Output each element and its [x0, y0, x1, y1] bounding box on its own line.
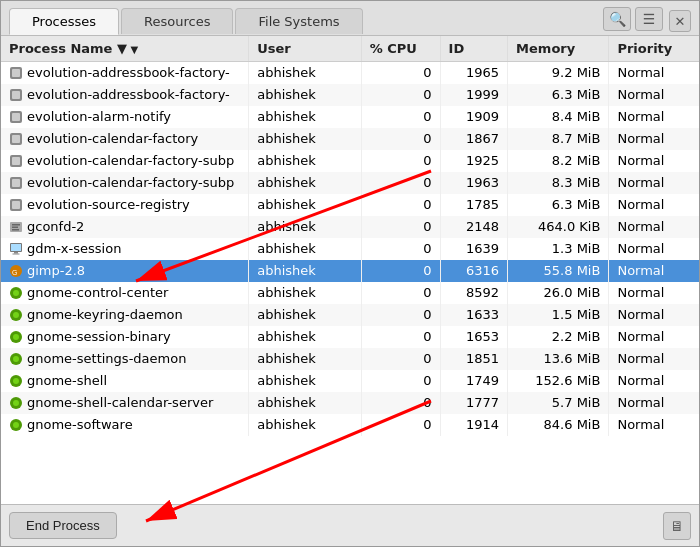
cell-name: gnome-settings-daemon	[1, 348, 249, 370]
cell-memory: 13.6 MiB	[508, 348, 609, 370]
cell-memory: 2.2 MiB	[508, 326, 609, 348]
cell-cpu: 0	[361, 414, 440, 436]
cell-priority: Normal	[609, 216, 699, 238]
process-icon	[9, 132, 23, 146]
table-row[interactable]: evolution-addressbook-factory-abhishek01…	[1, 62, 699, 84]
cell-user: abhishek	[249, 370, 362, 392]
cell-id: 1999	[440, 84, 508, 106]
table-row[interactable]: evolution-source-registryabhishek017856.…	[1, 194, 699, 216]
cell-id: 1639	[440, 238, 508, 260]
bottom-bar: End Process 🖥	[1, 504, 699, 546]
cell-user: abhishek	[249, 282, 362, 304]
cell-user: abhishek	[249, 326, 362, 348]
col-header-user[interactable]: User	[249, 36, 362, 62]
close-button[interactable]: ✕	[669, 10, 691, 32]
table-row[interactable]: evolution-alarm-notifyabhishek019098.4 M…	[1, 106, 699, 128]
table-row[interactable]: gdm-x-sessionabhishek016391.3 MiBNormal	[1, 238, 699, 260]
cell-id: 1777	[440, 392, 508, 414]
tab-resources[interactable]: Resources	[121, 8, 233, 34]
svg-text:G: G	[12, 268, 17, 275]
col-header-mem[interactable]: Memory	[508, 36, 609, 62]
cell-id: 1785	[440, 194, 508, 216]
cell-name: gdm-x-session	[1, 238, 249, 260]
svg-rect-16	[12, 226, 18, 228]
table-row[interactable]: evolution-calendar-factoryabhishek018678…	[1, 128, 699, 150]
table-row[interactable]: gnome-session-binaryabhishek016532.2 MiB…	[1, 326, 699, 348]
table-row[interactable]: gnome-shellabhishek01749152.6 MiBNormal	[1, 370, 699, 392]
cell-memory: 8.4 MiB	[508, 106, 609, 128]
svg-rect-5	[12, 113, 20, 121]
info-icon: 🖥	[670, 518, 684, 534]
cell-user: abhishek	[249, 150, 362, 172]
table-row[interactable]: gnome-settings-daemonabhishek0185113.6 M…	[1, 348, 699, 370]
table-row[interactable]: gconfd-2abhishek02148464.0 KiBNormal	[1, 216, 699, 238]
table-row[interactable]: gnome-keyring-daemonabhishek016331.5 MiB…	[1, 304, 699, 326]
cell-name: evolution-alarm-notify	[1, 106, 249, 128]
svg-rect-13	[12, 201, 20, 209]
cell-priority: Normal	[609, 150, 699, 172]
cell-memory: 6.3 MiB	[508, 194, 609, 216]
table-row[interactable]: gnome-control-centerabhishek0859226.0 Mi…	[1, 282, 699, 304]
cell-name: evolution-calendar-factory	[1, 128, 249, 150]
cell-memory: 5.7 MiB	[508, 392, 609, 414]
cell-priority: Normal	[609, 326, 699, 348]
info-button[interactable]: 🖥	[663, 512, 691, 540]
process-icon	[9, 88, 23, 102]
cell-id: 1909	[440, 106, 508, 128]
cell-name: Ggimp-2.8	[1, 260, 249, 282]
cell-id: 1653	[440, 326, 508, 348]
cell-priority: Normal	[609, 62, 699, 84]
cell-id: 6316	[440, 260, 508, 282]
cell-cpu: 0	[361, 172, 440, 194]
cell-cpu: 0	[361, 106, 440, 128]
cell-memory: 1.3 MiB	[508, 238, 609, 260]
cell-priority: Normal	[609, 304, 699, 326]
cell-memory: 55.8 MiB	[508, 260, 609, 282]
cell-user: abhishek	[249, 128, 362, 150]
cell-id: 1914	[440, 414, 508, 436]
svg-point-27	[13, 312, 19, 318]
col-header-pri[interactable]: Priority	[609, 36, 699, 62]
cell-user: abhishek	[249, 84, 362, 106]
search-button[interactable]: 🔍	[603, 7, 631, 31]
tab-bar: Processes Resources File Systems 🔍 ☰ ✕	[1, 1, 699, 36]
end-process-button[interactable]: End Process	[9, 512, 117, 539]
menu-button[interactable]: ☰	[635, 7, 663, 31]
table-row[interactable]: gnome-shell-calendar-serverabhishek01777…	[1, 392, 699, 414]
tab-filesystems[interactable]: File Systems	[235, 8, 362, 34]
cell-priority: Normal	[609, 348, 699, 370]
table-row[interactable]: evolution-addressbook-factory-abhishek01…	[1, 84, 699, 106]
svg-rect-15	[12, 224, 20, 226]
cell-cpu: 0	[361, 348, 440, 370]
col-header-name[interactable]: Process Name ▼	[1, 36, 249, 62]
cell-cpu: 0	[361, 216, 440, 238]
process-icon	[9, 154, 23, 168]
cell-name: gconfd-2	[1, 216, 249, 238]
cell-user: abhishek	[249, 172, 362, 194]
table-row[interactable]: evolution-calendar-factory-subpabhishek0…	[1, 172, 699, 194]
svg-rect-7	[12, 135, 20, 143]
process-icon	[9, 374, 23, 388]
cell-id: 1965	[440, 62, 508, 84]
col-header-cpu[interactable]: % CPU	[361, 36, 440, 62]
cell-id: 1925	[440, 150, 508, 172]
process-table: Process Name ▼ User % CPU ID Memory Prio…	[1, 36, 699, 436]
table-row[interactable]: evolution-calendar-factory-subpabhishek0…	[1, 150, 699, 172]
process-table-container: Process Name ▼ User % CPU ID Memory Prio…	[1, 36, 699, 504]
process-icon	[9, 242, 23, 256]
cell-name: evolution-addressbook-factory-	[1, 62, 249, 84]
process-icon	[9, 308, 23, 322]
cell-cpu: 0	[361, 84, 440, 106]
cell-name: gnome-software	[1, 414, 249, 436]
cell-user: abhishek	[249, 194, 362, 216]
cell-name: gnome-shell-calendar-server	[1, 392, 249, 414]
cell-user: abhishek	[249, 304, 362, 326]
table-row[interactable]: Ggimp-2.8abhishek0631655.8 MiBNormal	[1, 260, 699, 282]
col-header-id[interactable]: ID	[440, 36, 508, 62]
svg-rect-1	[12, 69, 20, 77]
svg-point-25	[13, 290, 19, 296]
tab-processes[interactable]: Processes	[9, 8, 119, 35]
table-row[interactable]: gnome-softwareabhishek0191484.6 MiBNorma…	[1, 414, 699, 436]
cell-id: 1633	[440, 304, 508, 326]
process-icon	[9, 198, 23, 212]
